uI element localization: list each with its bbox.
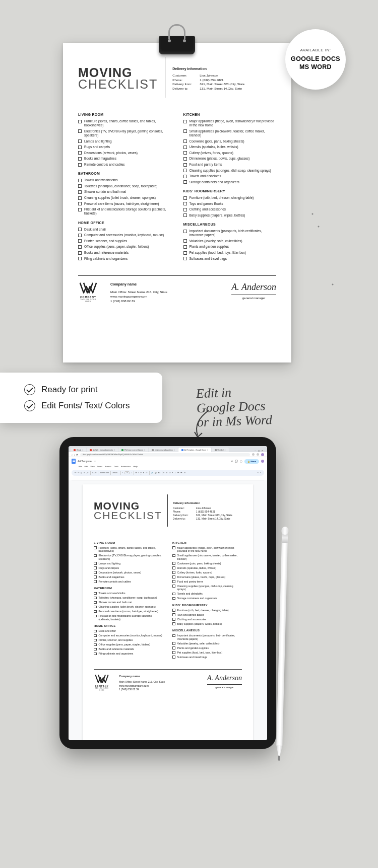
bold-icon[interactable]: B	[136, 472, 137, 474]
highlight-icon[interactable]: 🖍	[146, 472, 148, 474]
checkbox-icon[interactable]	[78, 139, 82, 143]
indent-dec-icon[interactable]: ⇤	[177, 472, 179, 474]
checkbox-icon[interactable]	[183, 169, 187, 172]
checkbox-icon[interactable]	[172, 566, 175, 569]
extension-icon[interactable]	[252, 453, 255, 456]
checkbox-icon[interactable]	[78, 239, 82, 243]
text-color-icon[interactable]: A	[143, 472, 144, 474]
font-size-minus[interactable]: −	[122, 472, 123, 474]
checkbox-icon[interactable]	[183, 239, 187, 243]
tab-close-icon[interactable]: ×	[207, 449, 208, 451]
checkbox-icon[interactable]	[78, 190, 82, 194]
checkbox-icon[interactable]	[94, 606, 97, 609]
checkbox-icon[interactable]	[94, 639, 97, 642]
browser-tab[interactable]: Pitchman eum et labore×	[118, 448, 148, 452]
checkbox-icon[interactable]	[183, 120, 187, 123]
checkbox-icon[interactable]	[183, 257, 187, 260]
browser-tab[interactable]: minimum works python×	[149, 448, 178, 452]
checkbox-icon[interactable]	[172, 642, 175, 645]
checkbox-icon[interactable]	[172, 571, 175, 574]
checkbox-icon[interactable]	[183, 230, 187, 233]
clear-format-icon[interactable]: Tx	[183, 472, 185, 474]
checkbox-icon[interactable]	[78, 202, 82, 205]
align-icon[interactable]: ≡	[163, 472, 164, 474]
italic-icon[interactable]: I	[138, 472, 139, 474]
docs-menu-item[interactable]: Edit	[84, 465, 88, 468]
checkbox-icon[interactable]	[183, 245, 187, 249]
profile-avatar[interactable]	[261, 453, 264, 456]
checkbox-icon[interactable]	[183, 196, 187, 200]
font-select[interactable]: Urbani...	[112, 472, 118, 474]
checkbox-icon[interactable]	[183, 175, 187, 178]
url-field[interactable]: docs.google.com/document/d/1Qn5S8D9K2H3m…	[80, 453, 250, 456]
checkbox-icon[interactable]	[172, 575, 175, 578]
zoom-select[interactable]: 100%	[92, 472, 97, 474]
indent-inc-icon[interactable]: ⇥	[180, 472, 182, 474]
checkbox-icon[interactable]	[172, 646, 175, 649]
checkbox-icon[interactable]	[172, 613, 175, 616]
checkbox-icon[interactable]	[183, 129, 187, 133]
forward-icon[interactable]: ›	[74, 453, 75, 456]
checkbox-icon[interactable]	[172, 562, 175, 565]
google-docs-icon[interactable]	[72, 459, 76, 464]
print-icon[interactable]: ⎙	[81, 472, 82, 474]
docs-menu-item[interactable]: Help	[134, 465, 138, 468]
user-avatar[interactable]	[261, 460, 264, 463]
checkbox-icon[interactable]	[78, 234, 82, 237]
checkbox-icon[interactable]	[172, 593, 175, 596]
comment-icon[interactable]: 💬	[155, 472, 157, 474]
checkbox-icon[interactable]	[183, 139, 187, 143]
checkbox-icon[interactable]	[172, 618, 175, 621]
spellcheck-icon[interactable]: Ａ	[83, 472, 85, 474]
docs-menu-item[interactable]: Insert	[97, 465, 102, 468]
document-sheet-in-editor[interactable]: MOVING CHECKLIST Delivery information Cu…	[83, 484, 253, 740]
checkbox-icon[interactable]	[172, 585, 175, 588]
checkbox-icon[interactable]	[78, 179, 82, 182]
docs-ruler[interactable]	[72, 477, 264, 480]
checkbox-icon[interactable]	[183, 251, 187, 255]
reload-icon[interactable]: ⟳	[76, 453, 78, 456]
checkbox-icon[interactable]	[94, 601, 97, 604]
tab-close-icon[interactable]: ×	[82, 449, 83, 451]
star-icon[interactable]: ☆	[94, 460, 96, 463]
checkbox-icon[interactable]	[172, 651, 175, 654]
checkbox-icon[interactable]	[94, 571, 97, 574]
checkbox-icon[interactable]	[78, 228, 82, 231]
checkbox-icon[interactable]	[94, 615, 97, 618]
checkbox-icon[interactable]	[78, 151, 82, 155]
checkbox-icon[interactable]	[94, 592, 97, 595]
tab-close-icon[interactable]: ×	[114, 449, 115, 451]
checkbox-icon[interactable]	[94, 653, 97, 656]
meet-icon[interactable]: ▢	[240, 460, 242, 463]
checkbox-icon[interactable]	[183, 180, 187, 184]
style-select[interactable]: Normal text	[100, 472, 109, 474]
docs-menu-item[interactable]: Tools	[114, 465, 118, 468]
browser-tab[interactable]: A4 Template - Google Docs×	[178, 448, 211, 452]
checkbox-icon[interactable]	[172, 656, 175, 659]
checkbox-icon[interactable]	[78, 129, 82, 133]
checkbox-icon[interactable]	[78, 251, 82, 255]
checkbox-icon[interactable]	[94, 648, 97, 651]
checkbox-icon[interactable]	[172, 580, 175, 583]
checkbox-icon[interactable]	[78, 257, 82, 260]
checkbox-icon[interactable]	[94, 597, 97, 600]
checkbox-icon[interactable]	[172, 622, 175, 625]
link-icon[interactable]: 🔗	[151, 472, 153, 474]
checkbox-icon[interactable]	[78, 184, 82, 188]
tab-close-icon[interactable]: ×	[224, 449, 225, 451]
checkbox-icon[interactable]	[94, 610, 97, 613]
checkbox-icon[interactable]	[94, 580, 97, 583]
share-button[interactable]: 🔒 Share	[244, 459, 259, 464]
checkbox-icon[interactable]	[183, 163, 187, 167]
checkbox-icon[interactable]	[78, 208, 82, 211]
tab-close-icon[interactable]: ×	[174, 449, 175, 451]
checkbox-icon[interactable]	[183, 202, 187, 205]
checkbox-icon[interactable]	[94, 630, 97, 633]
extension-icon[interactable]	[257, 453, 259, 456]
checkbox-icon[interactable]	[78, 163, 82, 167]
font-size-plus[interactable]: +	[131, 472, 132, 474]
tab-close-icon[interactable]: ×	[144, 449, 145, 451]
checkbox-icon[interactable]	[172, 597, 175, 600]
history-icon[interactable]: ⟲	[231, 460, 233, 463]
checkbox-icon[interactable]	[94, 562, 97, 565]
